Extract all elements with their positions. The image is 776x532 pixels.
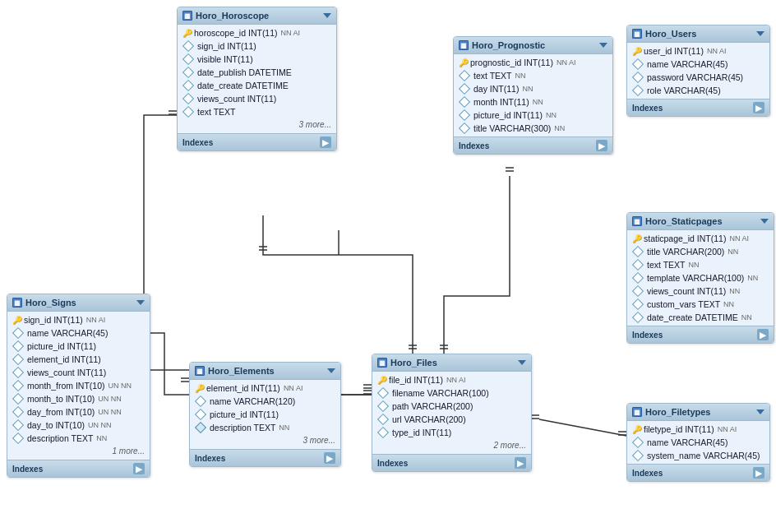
indexes-arrow[interactable]: ▶ (515, 457, 526, 469)
table-row: views_count INT(11) (178, 92, 336, 105)
table-row: 🔑 staticpage_id INT(11) NN AI (627, 232, 774, 245)
indexes-arrow[interactable]: ▶ (753, 102, 764, 113)
table-footer-users[interactable]: Indexes ▶ (627, 99, 769, 116)
key-icon: 🔑 (12, 316, 21, 324)
table-body-files: 🔑 file_id INT(11) NN AI filename VARCHAR… (372, 372, 531, 454)
table-footer-prognostic[interactable]: Indexes ▶ (454, 136, 612, 154)
table-header-signs: ▦ Horo_Signs (7, 294, 150, 312)
table-row: views_count INT(11) (7, 366, 150, 379)
table-row: text TEXT NN (454, 69, 612, 82)
table-footer-signs[interactable]: Indexes ▶ (7, 460, 150, 477)
diamond-icon (12, 354, 24, 365)
table-horo-users[interactable]: ▦ Horo_Users 🔑 user_id INT(11) NN AI nam… (626, 25, 770, 117)
table-row: filename VARCHAR(100) (372, 386, 531, 400)
table-row: day_from INT(10) UN NN (7, 405, 150, 419)
table-header-filetypes: ▦ Horo_Filetypes (627, 404, 769, 421)
chevron-horoscope[interactable] (323, 13, 331, 18)
chevron-prognostic[interactable] (599, 43, 607, 48)
table-row: day INT(11) NN (454, 82, 612, 95)
diamond-icon (632, 85, 644, 96)
indexes-arrow[interactable]: ▶ (320, 136, 331, 148)
diamond-icon (12, 393, 24, 405)
table-footer-elements[interactable]: Indexes ▶ (190, 449, 340, 466)
table-row: picture_id INT(11) (190, 408, 340, 421)
diamond-icon (182, 93, 194, 104)
table-row: picture_id INT(11) NN (454, 109, 612, 122)
table-row: name VARCHAR(45) (627, 436, 769, 449)
key-icon: 🔑 (632, 425, 640, 433)
table-row: 🔑 element_id INT(11) NN AI (190, 382, 340, 395)
diamond-icon (12, 327, 24, 339)
table-row: name VARCHAR(45) (7, 326, 150, 340)
diamond-icon (182, 53, 194, 65)
table-footer-staticpages[interactable]: Indexes ▶ (627, 326, 774, 343)
table-row: name VARCHAR(120) (190, 395, 340, 408)
diamond-icon (459, 123, 470, 134)
diamond-icon (632, 259, 644, 271)
diamond-icon (632, 437, 644, 448)
table-icon-prognostic: ▦ (459, 40, 469, 50)
diamond-icon (182, 106, 194, 118)
table-header-prognostic: ▦ Horo_Prognostic (454, 37, 612, 54)
indexes-arrow[interactable]: ▶ (324, 452, 335, 464)
table-row: system_name VARCHAR(45) (627, 449, 769, 462)
indexes-arrow[interactable]: ▶ (753, 467, 764, 479)
diamond-icon (182, 80, 194, 91)
diamond-icon (377, 400, 389, 412)
chevron-users[interactable] (756, 31, 764, 36)
table-footer-files[interactable]: Indexes ▶ (372, 454, 531, 471)
table-icon-files: ▦ (377, 358, 387, 368)
table-footer-filetypes[interactable]: Indexes ▶ (627, 464, 769, 481)
table-row: 🔑 sign_id INT(11) NN AI (7, 313, 150, 326)
more-fields: 1 more... (7, 445, 150, 458)
chevron-staticpages[interactable] (760, 219, 769, 224)
table-footer-horoscope[interactable]: Indexes ▶ (178, 133, 336, 150)
diamond-icon (632, 246, 644, 257)
table-header-staticpages: ▦ Horo_Staticpages (627, 213, 774, 230)
table-row: 🔑 file_id INT(11) NN AI (372, 373, 531, 386)
key-icon: 🔑 (632, 47, 640, 55)
diamond-icon (459, 70, 470, 81)
diamond-icon (377, 387, 389, 399)
indexes-arrow[interactable]: ▶ (596, 140, 607, 151)
table-row: path VARCHAR(200) (372, 400, 531, 413)
key-icon: 🔑 (182, 29, 191, 37)
table-row: element_id INT(11) (7, 353, 150, 366)
indexes-arrow[interactable]: ▶ (757, 329, 769, 340)
diamond-icon (377, 414, 389, 425)
table-row: day_to INT(10) UN NN (7, 419, 150, 432)
key-icon: 🔑 (459, 58, 467, 67)
chevron-signs[interactable] (136, 300, 145, 305)
table-body-horoscope: 🔑 horoscope_id INT(11) NN AI sign_id INT… (178, 25, 336, 133)
table-icon-staticpages: ▦ (632, 216, 642, 226)
diamond-icon (12, 380, 24, 391)
table-horo-signs[interactable]: ▦ Horo_Signs 🔑 sign_id INT(11) NN AI nam… (7, 294, 150, 478)
table-icon-elements: ▦ (195, 366, 205, 376)
more-fields: 3 more... (178, 118, 336, 132)
table-horo-horoscope[interactable]: ▦ Horo_Horoscope 🔑 horoscope_id INT(11) … (177, 7, 337, 151)
table-name-signs: Horo_Signs (25, 298, 76, 308)
table-row: date_create DATETIME (178, 79, 336, 92)
diamond-icon (459, 83, 470, 95)
table-row: text TEXT NN (627, 258, 774, 271)
chevron-files[interactable] (518, 360, 526, 365)
table-row: visible INT(11) (178, 53, 336, 66)
table-horo-prognostic[interactable]: ▦ Horo_Prognostic 🔑 prognostic_id INT(11… (453, 36, 613, 155)
table-row: 🔑 filetype_id INT(11) NN AI (627, 423, 769, 436)
table-horo-filetypes[interactable]: ▦ Horo_Filetypes 🔑 filetype_id INT(11) N… (626, 403, 770, 482)
table-name-elements: Horo_Elements (208, 366, 275, 376)
table-name-horoscope: Horo_Horoscope (196, 11, 269, 21)
table-horo-files[interactable]: ▦ Horo_Files 🔑 file_id INT(11) NN AI fil… (372, 354, 532, 472)
table-row: title VARCHAR(200) NN (627, 245, 774, 258)
table-body-prognostic: 🔑 prognostic_id INT(11) NN AI text TEXT … (454, 54, 612, 136)
table-row: 🔑 horoscope_id INT(11) NN AI (178, 26, 336, 39)
table-icon-users: ▦ (632, 29, 642, 39)
indexes-arrow[interactable]: ▶ (133, 463, 145, 474)
table-row: description TEXT NN (7, 432, 150, 445)
more-fields: 2 more... (372, 439, 531, 452)
chevron-filetypes[interactable] (756, 409, 764, 414)
table-horo-staticpages[interactable]: ▦ Horo_Staticpages 🔑 staticpage_id INT(1… (626, 212, 774, 344)
table-horo-elements[interactable]: ▦ Horo_Elements 🔑 element_id INT(11) NN … (189, 362, 341, 467)
table-row: title VARCHAR(300) NN (454, 122, 612, 135)
chevron-elements[interactable] (327, 368, 335, 373)
